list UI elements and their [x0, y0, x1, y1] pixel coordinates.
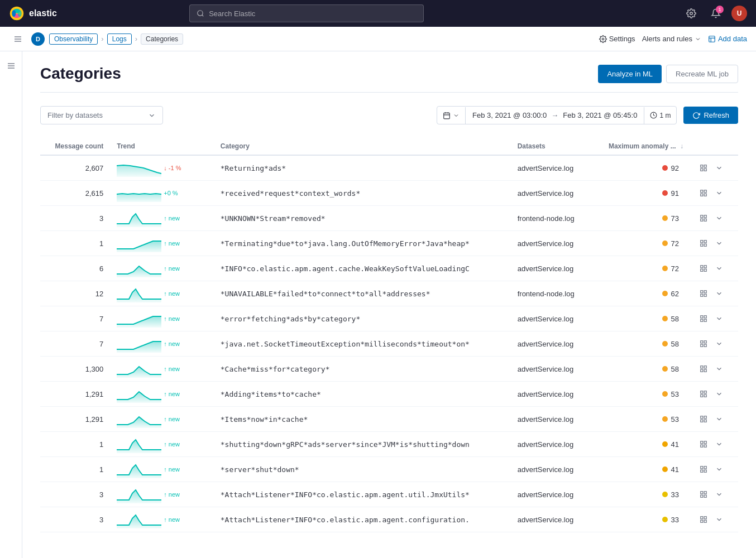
message-count-cell: 3 — [40, 482, 110, 507]
svg-rect-59 — [701, 391, 703, 393]
message-count-cell: 1,291 — [40, 382, 110, 407]
search-bar[interactable]: Search Elastic — [189, 4, 424, 22]
analyze-ml-button[interactable]: Analyze in ML — [598, 65, 662, 83]
details-icon-btn[interactable] — [697, 337, 710, 350]
details-icon-btn[interactable] — [697, 437, 710, 451]
hamburger-menu[interactable] — [9, 30, 27, 48]
svg-rect-43 — [701, 291, 703, 293]
expand-icon-btn[interactable] — [712, 211, 726, 225]
col-category[interactable]: Category — [214, 138, 511, 155]
row-actions — [690, 432, 738, 457]
expand-icon-btn[interactable] — [712, 262, 726, 275]
settings-button[interactable]: Settings — [599, 35, 635, 43]
details-icon-btn[interactable] — [697, 463, 710, 476]
recreate-ml-button[interactable]: Recreate ML job — [666, 65, 738, 83]
details-icon-btn[interactable] — [697, 211, 710, 225]
svg-rect-24 — [704, 165, 706, 167]
details-icon-btn[interactable] — [697, 412, 710, 426]
details-icon-btn[interactable] — [697, 186, 710, 200]
sidebar-toggle[interactable] — [3, 58, 19, 74]
breadcrumb-logs[interactable]: Logs — [107, 33, 132, 45]
expand-icon-btn[interactable] — [712, 387, 726, 401]
trend-cell: ↑ new — [110, 231, 214, 256]
add-data-button[interactable]: Add data — [708, 35, 747, 43]
dataset-cell: advertService.log — [511, 306, 590, 331]
row-actions — [690, 281, 738, 306]
alerts-rules-button[interactable]: Alerts and rules — [642, 35, 701, 43]
category-cell: *server*shut*down* — [214, 457, 511, 482]
dataset-cell: advertService.log — [511, 382, 590, 407]
expand-icon-btn[interactable] — [712, 463, 726, 476]
interval-button[interactable]: 1 m — [644, 107, 676, 124]
message-count-cell: 6 — [40, 256, 110, 281]
table-row: 1 ↑ new *shutting*down*gRPC*ads*server*s… — [40, 432, 738, 457]
details-icon-btn[interactable] — [697, 513, 710, 526]
svg-rect-60 — [704, 391, 706, 393]
col-anomaly[interactable]: Maximum anomaly ... ↓ — [590, 138, 690, 155]
row-actions — [690, 231, 738, 256]
expand-icon-btn[interactable] — [712, 488, 726, 501]
user-avatar[interactable]: U — [731, 6, 747, 21]
chevron-down-row-icon — [715, 440, 723, 448]
table-row: 2,615 +0 % *received*request*context_wor… — [40, 181, 738, 206]
details-icon-btn[interactable] — [697, 237, 710, 250]
message-count-cell: 2,615 — [40, 181, 110, 206]
svg-rect-62 — [701, 395, 703, 397]
expand-icon-btn[interactable] — [712, 186, 726, 200]
expand-icon-btn[interactable] — [712, 287, 726, 300]
svg-rect-41 — [704, 269, 706, 271]
message-count-cell: 1 — [40, 231, 110, 256]
elastic-logo[interactable]: elastic — [9, 6, 57, 21]
chevron-down-row-icon — [715, 415, 723, 423]
svg-rect-72 — [704, 466, 706, 469]
col-datasets[interactable]: Datasets — [511, 138, 590, 155]
details-icon-btn[interactable] — [697, 488, 710, 501]
date-to: Feb 3, 2021 @ 05:45:0 — [563, 111, 637, 119]
dataset-cell: advertService.log — [511, 407, 590, 432]
details-icon-btn[interactable] — [697, 161, 710, 175]
message-count-cell: 3 — [40, 206, 110, 231]
expand-icon-btn[interactable] — [712, 412, 726, 426]
details-icon-btn[interactable] — [697, 262, 710, 275]
row-actions — [690, 155, 738, 181]
nav-icons: 1 U — [682, 4, 747, 22]
settings-icon — [599, 35, 607, 43]
col-trend[interactable]: Trend — [110, 138, 214, 155]
col-message-count[interactable]: Message count — [40, 138, 110, 155]
grid-icon — [700, 239, 707, 247]
expand-icon-btn[interactable] — [712, 437, 726, 451]
gear-icon-btn[interactable] — [682, 4, 700, 22]
details-icon-btn[interactable] — [697, 312, 710, 325]
expand-icon-btn[interactable] — [712, 312, 726, 325]
svg-rect-36 — [704, 240, 706, 243]
category-cell: *shutting*down*gRPC*ads*server*since*JVM… — [214, 432, 511, 457]
chevron-down-row-icon — [715, 239, 723, 247]
refresh-icon — [692, 112, 700, 119]
details-icon-btn[interactable] — [697, 387, 710, 401]
notifications-icon-btn[interactable]: 1 — [707, 4, 725, 22]
refresh-button[interactable]: Refresh — [683, 107, 738, 124]
elastic-logo-text: elastic — [29, 8, 57, 18]
date-picker[interactable]: Feb 3, 2021 @ 03:00:0 → Feb 3, 2021 @ 05… — [437, 106, 677, 124]
breadcrumb-observability[interactable]: Observability — [49, 33, 98, 45]
filter-datasets-dropdown[interactable]: Filter by datasets — [40, 106, 163, 124]
grid-icon — [700, 415, 707, 423]
row-actions — [690, 407, 738, 432]
expand-icon-btn[interactable] — [712, 362, 726, 376]
calendar-icon-btn[interactable] — [437, 107, 466, 124]
expand-icon-btn[interactable] — [712, 337, 726, 350]
anomaly-cell: 72 — [590, 231, 690, 256]
date-range: Feb 3, 2021 @ 03:00:0 → Feb 3, 2021 @ 05… — [466, 107, 644, 124]
table-row: 12 ↑ new *UNAVAILABLE*failed*to*connect*… — [40, 281, 738, 306]
expand-icon-btn[interactable] — [712, 161, 726, 175]
svg-point-5 — [198, 11, 203, 16]
details-icon-btn[interactable] — [697, 362, 710, 376]
anomaly-score: 58 — [671, 315, 679, 323]
expand-icon-btn[interactable] — [712, 237, 726, 250]
page-header-actions: Analyze in ML Recreate ML job — [598, 65, 738, 83]
svg-rect-31 — [701, 215, 703, 218]
svg-point-7 — [690, 12, 693, 15]
trend-cell: +0 % — [110, 181, 214, 206]
details-icon-btn[interactable] — [697, 287, 710, 300]
expand-icon-btn[interactable] — [712, 513, 726, 526]
